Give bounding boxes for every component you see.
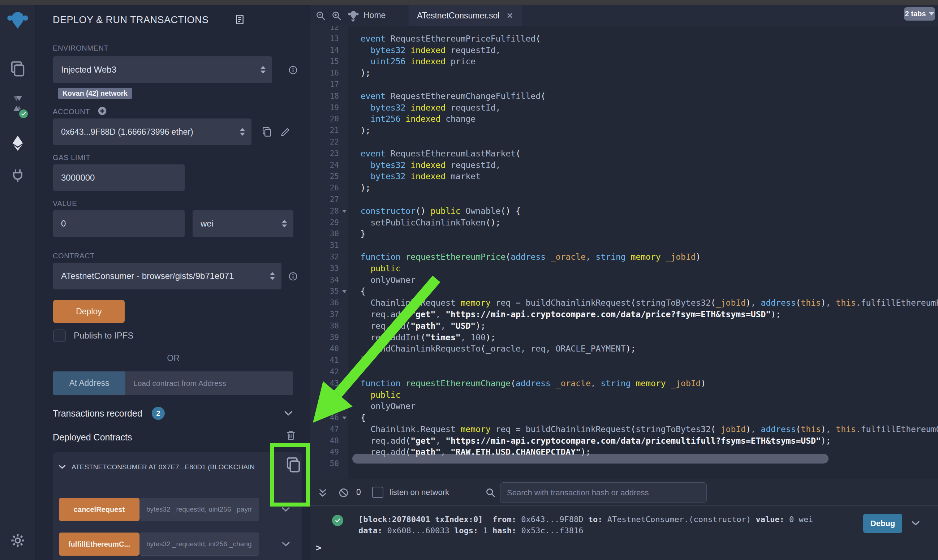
editor-gutter-lines: 1213141516171819202122232425262728293031… <box>310 22 348 470</box>
terminal-toolbar: 0 listen on network <box>310 479 938 506</box>
network-badge: Kovan (42) network <box>58 88 132 99</box>
add-account-icon[interactable] <box>97 106 108 116</box>
check-icon <box>334 517 341 524</box>
contract-label: CONTRACT <box>53 252 95 260</box>
close-tab-icon[interactable] <box>506 12 514 20</box>
select-steppers-icon <box>260 66 266 74</box>
annotation-green-box <box>270 443 310 506</box>
select-steppers-icon <box>282 220 287 228</box>
icon-rail <box>0 5 35 560</box>
cancel-request-params-input[interactable] <box>140 498 259 521</box>
expand-terminal-double-chevron-icon[interactable] <box>317 488 328 498</box>
remix-ide-window: DEPLOY & RUN TRANSACTIONS ENVIRONMENT In… <box>0 0 938 560</box>
tabs-menu-button[interactable]: 2 tabs <box>904 7 935 21</box>
gas-limit-input[interactable] <box>53 165 185 191</box>
value-label: VALUE <box>53 199 77 208</box>
transaction-log[interactable]: [block:20780401 txIndex:0] from: 0x643..… <box>358 514 813 536</box>
search-icon <box>485 487 496 498</box>
zoom-in-icon[interactable] <box>331 10 342 21</box>
plugin-manager-icon[interactable] <box>9 167 26 184</box>
editor-tab-bar: Home ATestnetConsumer.sol 2 tabs <box>310 5 938 26</box>
page-title: DEPLOY & RUN TRANSACTIONS <box>53 14 209 26</box>
select-steppers-icon <box>240 128 245 136</box>
tx-success-badge <box>332 515 343 526</box>
account-label: ACCOUNT <box>53 108 90 116</box>
cancel-request-button[interactable]: cancelRequest <box>59 498 140 521</box>
terminal-search-input[interactable] <box>500 482 707 503</box>
home-tab-logo-icon <box>348 9 359 21</box>
publish-ipfs-checkbox[interactable] <box>53 329 66 342</box>
chevron-down-icon <box>929 12 934 15</box>
expand-params-chevron-icon[interactable] <box>280 538 292 550</box>
environment-select[interactable]: Injected Web3 <box>53 56 272 83</box>
at-address-input[interactable] <box>125 371 293 395</box>
horizontal-scrollbar[interactable] <box>352 454 829 463</box>
environment-info-icon[interactable] <box>288 65 298 75</box>
environment-label: ENVIRONMENT <box>53 44 108 52</box>
account-select[interactable]: 0x643...9F88D (1.666673996 ether) <box>53 118 252 145</box>
zoom-out-icon[interactable] <box>315 10 326 21</box>
listen-network-checkbox[interactable] <box>372 487 383 498</box>
value-unit-select[interactable]: wei <box>192 210 294 237</box>
clear-console-ban-icon[interactable] <box>338 488 349 498</box>
contract-expand-chevron-icon[interactable] <box>57 462 67 472</box>
transactions-chevron-down-icon[interactable] <box>283 408 294 419</box>
select-steppers-icon <box>269 272 275 280</box>
tab-home[interactable]: Home <box>363 11 386 20</box>
window-top-edge <box>0 0 938 5</box>
remix-logo-icon <box>6 8 29 31</box>
fulfill-ethereum-button[interactable]: fulfillEthereumC... <box>59 532 140 556</box>
terminal-prompt[interactable]: > <box>316 542 321 553</box>
or-divider: OR <box>53 353 294 363</box>
contract-select[interactable]: ATestnetConsumer - browser/gists/9b71e07… <box>53 263 281 289</box>
debug-button[interactable]: Debug <box>863 514 902 533</box>
transactions-recorded-label: Transactions recorded <box>53 408 142 419</box>
listen-network-label: listen on network <box>389 488 449 497</box>
deployed-contracts-label: Deployed Contracts <box>53 432 132 443</box>
contract-info-icon[interactable] <box>288 271 298 282</box>
check-icon <box>20 111 27 117</box>
copy-account-icon[interactable] <box>261 126 273 138</box>
clear-instances-trash-icon[interactable] <box>285 429 297 442</box>
code-lines[interactable]: event RequestEthereumPriceFulfilled( byt… <box>349 22 938 479</box>
deploy-run-icon[interactable] <box>8 134 27 152</box>
sign-message-icon[interactable] <box>280 126 291 138</box>
compile-success-badge <box>18 108 29 119</box>
log-expand-chevron-icon[interactable] <box>910 517 921 529</box>
value-input[interactable] <box>53 210 185 237</box>
pending-tx-count: 0 <box>356 488 361 497</box>
file-explorer-icon[interactable] <box>8 59 27 78</box>
transactions-count-badge: 2 <box>152 407 165 420</box>
fulfill-ethereum-params-input[interactable] <box>140 532 259 556</box>
documentation-icon[interactable] <box>234 14 246 25</box>
caret-down-icon <box>351 20 355 22</box>
tab-atestnetconsumer[interactable]: ATestnetConsumer.sol <box>409 5 522 26</box>
gas-limit-label: GAS LIMIT <box>53 154 90 162</box>
at-address-button[interactable]: At Address <box>53 371 125 395</box>
settings-gear-icon[interactable] <box>10 532 26 548</box>
terminal: 0 listen on network [block:20780401 txIn… <box>310 479 938 560</box>
publish-ipfs-label: Publish to IPFS <box>74 331 133 341</box>
deploy-button[interactable]: Deploy <box>53 300 125 323</box>
deployed-contract-header[interactable]: ATESTNETCONSUMER AT 0X7E7...E80D1 (BLOCK… <box>72 463 277 471</box>
